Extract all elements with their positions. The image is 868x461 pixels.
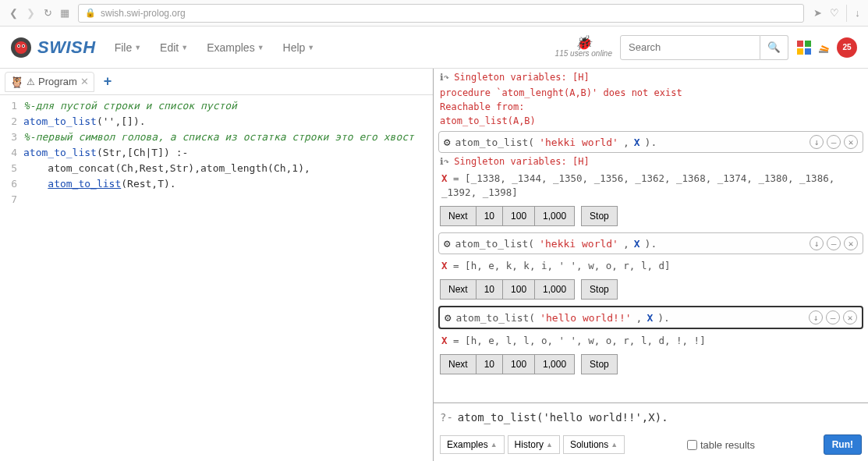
history-button[interactable]: History▲	[508, 435, 560, 454]
query-result-card: ⚙atom_to_list('hekki world',X).↓–✕	[438, 131, 863, 153]
editor-tabs: 🦉 ⚠ Program ✕ +	[0, 69, 433, 95]
owl-icon: 🦉	[10, 76, 23, 88]
menu-edit[interactable]: Edit▼	[160, 41, 188, 54]
search-button[interactable]: 🔍	[760, 35, 788, 60]
query-prompt: ?-	[440, 411, 453, 424]
svg-point-5	[23, 45, 24, 47]
minimize-icon[interactable]: –	[827, 135, 841, 149]
run-button[interactable]: Run!	[824, 434, 862, 455]
close-icon[interactable]: ✕	[844, 135, 858, 149]
pagination-buttons: Next101001,000Stop	[435, 351, 866, 379]
query-result-card: ⚙atom_to_list('hekki world',X).↓–✕	[438, 232, 863, 254]
app-title: SWISH	[37, 37, 96, 58]
next-1,000-button[interactable]: 1,000	[535, 206, 575, 226]
chevron-down-icon: ▼	[181, 44, 188, 51]
singleton-warning: ℹ↷Singleton variables: [H]	[435, 154, 866, 168]
new-tab-button[interactable]: +	[99, 73, 117, 90]
address-bar[interactable]: 🔒 swish.swi-prolog.org	[78, 4, 804, 23]
pagination-buttons: Next101001,000Stop	[435, 276, 866, 304]
stop-button[interactable]: Stop	[581, 279, 618, 300]
result-binding: X = [h, e, k, k, i, ' ', w, o, r, l, d]	[435, 256, 866, 276]
search-input[interactable]	[620, 35, 760, 60]
search-icon: 🔍	[767, 41, 781, 53]
svg-point-4	[18, 45, 19, 47]
workspace: 🦉 ⚠ Program ✕ + 1234567 %-для пустой стр…	[0, 69, 868, 461]
close-icon[interactable]: ✕	[843, 310, 857, 324]
next-100-button[interactable]: 100	[503, 279, 535, 300]
code-editor[interactable]: 1234567 %-для пустой строки и список пус…	[0, 95, 433, 207]
download-icon[interactable]: ↓	[810, 236, 824, 250]
favorite-icon[interactable]: ♡	[826, 5, 843, 22]
lock-icon: 🔒	[85, 8, 96, 18]
next-1,000-button[interactable]: 1,000	[535, 279, 575, 300]
download-icon[interactable]: ↓	[809, 310, 823, 324]
query-result-card: ⚙atom_to_list('hello world!!',X).↓–✕	[438, 306, 863, 329]
table-results-input[interactable]	[687, 440, 697, 450]
tab-label: Program	[38, 76, 77, 87]
next-Next-button[interactable]: Next	[440, 354, 477, 374]
download-icon[interactable]: ↓	[846, 5, 863, 22]
swish-logo-icon	[8, 34, 34, 61]
send-icon[interactable]: ➤	[809, 5, 826, 22]
query-text[interactable]: atom_to_list('hello world!!',X).	[458, 411, 668, 424]
chevron-down-icon: ▼	[307, 44, 314, 51]
close-icon[interactable]: ✕	[80, 76, 89, 87]
menu-help[interactable]: Help▼	[283, 41, 315, 54]
gear-icon[interactable]: ⚙	[444, 136, 450, 148]
next-100-button[interactable]: 100	[503, 206, 535, 226]
gear-icon[interactable]: ⚙	[444, 237, 450, 250]
result-binding: X = [_1338, _1344, _1350, _1356, _1362, …	[435, 168, 866, 203]
browser-toolbar: ❮ ❯ ↻ ▦ 🔒 swish.swi-prolog.org ➤ ♡ ↓	[0, 0, 868, 27]
query-input-area: ?- atom_to_list('hello world!!',X). Exam…	[434, 402, 868, 461]
svg-rect-8	[797, 48, 803, 55]
table-results-checkbox[interactable]: table results	[687, 439, 755, 451]
chevron-down-icon: ▼	[134, 44, 141, 51]
bug-icon: 🐞	[555, 37, 612, 49]
stop-button[interactable]: Stop	[581, 206, 618, 226]
url-text: swish.swi-prolog.org	[101, 8, 186, 19]
editor-pane: 🦉 ⚠ Program ✕ + 1234567 %-для пустой стр…	[0, 69, 434, 461]
download-icon[interactable]: ↓	[810, 135, 824, 149]
line-gutter: 1234567	[0, 98, 23, 207]
menu-examples[interactable]: Examples▼	[207, 41, 264, 54]
menu-file[interactable]: File▼	[115, 41, 141, 54]
next-10-button[interactable]: 10	[477, 354, 503, 374]
notifications-bell[interactable]: 25	[837, 37, 857, 58]
results-list: ℹ↷ Singleton variables: [H] procedure `a…	[434, 69, 868, 402]
svg-rect-7	[805, 41, 811, 47]
info-icon: ℹ↷	[440, 72, 449, 83]
back-icon[interactable]: ❮	[5, 5, 22, 22]
gear-icon[interactable]: ⚙	[445, 311, 451, 324]
singleton-warning: ℹ↷ Singleton variables: [H]	[435, 70, 866, 84]
stackoverflow-icon[interactable]	[817, 40, 832, 55]
next-Next-button[interactable]: Next	[440, 206, 477, 226]
solutions-button[interactable]: Solutions▲	[563, 435, 625, 454]
reload-icon[interactable]: ↻	[39, 5, 56, 22]
info-icon: ℹ↷	[440, 156, 449, 167]
pagination-buttons: Next101001,000Stop	[435, 203, 866, 231]
tab-program[interactable]: 🦉 ⚠ Program ✕	[5, 72, 94, 92]
app-toolbar: SWISH File▼ Edit▼ Examples▼ Help▼ 🐞 115 …	[0, 27, 868, 69]
next-100-button[interactable]: 100	[503, 354, 535, 374]
minimize-icon[interactable]: –	[827, 236, 841, 250]
svg-rect-9	[805, 48, 811, 55]
warning-icon: ⚠	[27, 76, 35, 87]
close-icon[interactable]: ✕	[844, 236, 858, 250]
google-icon[interactable]	[796, 40, 812, 55]
examples-button[interactable]: Examples▲	[440, 435, 505, 454]
query-header: ⚙atom_to_list('hekki world',X).↓–✕	[439, 233, 863, 254]
next-1,000-button[interactable]: 1,000	[535, 354, 575, 374]
menu-bar: File▼ Edit▼ Examples▼ Help▼	[115, 41, 315, 54]
apps-icon[interactable]: ▦	[56, 5, 73, 22]
next-10-button[interactable]: 10	[477, 206, 503, 226]
query-header: ⚙atom_to_list('hekki world',X).↓–✕	[439, 132, 863, 152]
forward-icon[interactable]: ❯	[22, 5, 39, 22]
minimize-icon[interactable]: –	[826, 310, 840, 324]
next-Next-button[interactable]: Next	[440, 279, 477, 300]
svg-rect-6	[797, 41, 803, 47]
results-pane: ℹ↷ Singleton variables: [H] procedure `a…	[434, 69, 868, 461]
stop-button[interactable]: Stop	[581, 354, 618, 374]
users-online: 🐞 115 users online	[555, 37, 612, 58]
error-block: procedure `atom_lenght(A,B)' does not ex…	[435, 84, 866, 129]
next-10-button[interactable]: 10	[477, 279, 503, 300]
